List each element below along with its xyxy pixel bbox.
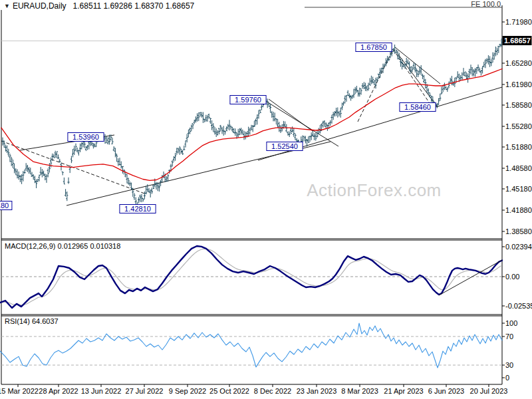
price-tag-label: 1.53960 <box>72 133 99 141</box>
date-label: 25 Oct 2022 <box>209 387 249 395</box>
rsi-line <box>0 323 502 368</box>
macd-axis-label: -0.025354 <box>505 302 532 310</box>
price-axis-label: 1.55280 <box>505 122 532 130</box>
macd-axis-label: 0.023946 <box>505 243 532 251</box>
price-axis-label: 1.51880 <box>505 143 532 151</box>
current-price-tag-label: 1.68657 <box>504 37 531 45</box>
trendline <box>66 142 331 205</box>
forex-chart-window: 1.539601.428101.597601.525401.678501.584… <box>0 0 532 399</box>
rsi-axis-label: 100 <box>505 319 517 327</box>
collapse-chart-icon[interactable]: ▼ <box>4 3 10 9</box>
date-label: 27 Jul 2022 <box>126 387 164 395</box>
date-label: 8 Mar 2023 <box>341 387 378 395</box>
fib-expansion-label: FE 100.0 <box>471 0 501 8</box>
price-axis-label: 1.38580 <box>505 227 532 235</box>
price-axis-label: 1.41880 <box>505 206 532 214</box>
price-tag-label: 180 <box>0 201 9 209</box>
rsi-axis-label: 70 <box>505 332 513 340</box>
price-tag-label: 1.58460 <box>404 103 431 111</box>
date-label: 13 Jun 2022 <box>81 387 122 395</box>
rsi-axis-label: 0 <box>505 374 509 382</box>
price-axis-label: 1.58580 <box>505 101 532 109</box>
rsi-indicator-label: RSI(14) 64.6037 <box>5 317 59 325</box>
macd-indicator-label: MACD(12,26,9) 0.012965 0.010318 <box>5 242 120 250</box>
price-axis-label: 1.61980 <box>505 80 532 88</box>
date-label: 6 Jun 2023 <box>428 387 464 395</box>
date-label: 9 Sep 2022 <box>169 387 206 395</box>
price-axis-label: 1.65280 <box>505 59 532 67</box>
symbol-timeframe-label: EURAUD,Daily <box>13 1 66 11</box>
date-label: 23 Jan 2023 <box>297 387 337 395</box>
price-axis-label: 1.48580 <box>505 164 532 172</box>
watermark: ActionForex.com <box>306 180 442 201</box>
trendline <box>393 49 431 105</box>
price-axis-label: 1.71980 <box>505 18 532 26</box>
rsi-axis-label: 30 <box>505 361 513 369</box>
date-label: 20 Jul 2023 <box>470 387 508 395</box>
price-tag-label: 1.59760 <box>235 96 261 104</box>
price-tag-label: 1.52540 <box>271 142 298 150</box>
trendline <box>398 55 438 107</box>
ohlc-values: 1.68511 1.69286 1.68370 1.68657 <box>73 1 195 11</box>
macd-axis-label: 0.00 <box>505 273 519 281</box>
date-label: 28 Apr 2022 <box>39 387 78 395</box>
price-tag-label: 1.42810 <box>124 205 151 213</box>
price-axis-label: 1.45180 <box>505 185 532 193</box>
date-label: 8 Dec 2022 <box>254 387 291 395</box>
date-label: 21 Apr 2023 <box>384 387 423 395</box>
chart-canvas: 1.539601.428101.597601.525401.678501.584… <box>0 0 532 399</box>
date-label: 15 Mar 2022 <box>0 387 39 395</box>
price-tag-label: 1.67850 <box>360 43 387 51</box>
chart-title: ▼EURAUD,Daily1.68511 1.69286 1.68370 1.6… <box>4 1 194 11</box>
trendline <box>269 99 313 131</box>
